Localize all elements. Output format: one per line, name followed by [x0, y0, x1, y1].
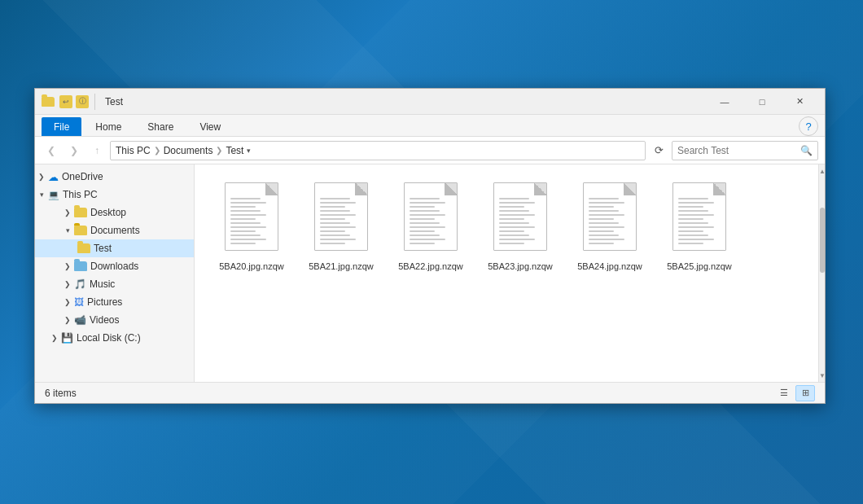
search-icon[interactable]: 🔍 [800, 145, 813, 156]
file-item[interactable]: 5BA20.jpg.nzqw [211, 177, 292, 277]
window-icon [42, 95, 55, 108]
file-item[interactable]: 5BA22.jpg.nzqw [390, 177, 471, 277]
videos-icon: 📹 [74, 314, 86, 326]
forward-button[interactable]: ❯ [64, 141, 84, 160]
tab-file[interactable]: File [42, 117, 81, 136]
music-icon: 🎵 [74, 278, 86, 290]
sidebar-item-this-pc[interactable]: ▾ 💻 This PC [35, 186, 194, 204]
file-item[interactable]: 5BA23.jpg.nzqw [480, 177, 561, 277]
scrollbar[interactable]: ▲ ▼ [818, 164, 825, 382]
breadcrumb-test: Test [226, 145, 243, 156]
drive-icon: 💾 [61, 332, 73, 344]
window-controls: — □ ✕ [706, 89, 818, 115]
tab-share[interactable]: Share [135, 117, 186, 136]
qat-properties[interactable]: ⓘ [76, 95, 89, 108]
sidebar-item-music[interactable]: ❯ 🎵 Music [35, 275, 194, 293]
file-icon [670, 182, 729, 256]
title-bar: ↩ ⓘ Test — □ ✕ [35, 89, 825, 115]
breadcrumb-this-pc[interactable]: This PC [116, 145, 151, 156]
minimize-button[interactable]: — [706, 89, 743, 115]
downloads-folder-icon [74, 261, 87, 271]
ribbon: File Home Share View ? [35, 115, 825, 137]
scrollbar-thumb[interactable] [820, 208, 825, 273]
content-area: ❯ ☁ OneDrive ▾ 💻 This PC ❯ Desktop [35, 164, 825, 382]
pictures-icon: 🖼 [74, 296, 84, 308]
file-item[interactable]: 5BA21.jpg.nzqw [300, 177, 382, 277]
view-toggle: ☰ ⊞ [774, 385, 815, 401]
sidebar-item-test[interactable]: Test [35, 239, 194, 257]
close-button[interactable]: ✕ [781, 89, 818, 115]
computer-icon: 💻 [48, 190, 59, 200]
sidebar-item-documents[interactable]: ▾ Documents [35, 221, 194, 239]
ribbon-tabs: File Home Share View ? [35, 115, 825, 136]
search-box[interactable]: 🔍 [672, 141, 818, 160]
file-icon [580, 182, 639, 256]
item-count: 6 items [45, 388, 77, 399]
explorer-window: ↩ ⓘ Test — □ ✕ File Home Share View ? [34, 88, 826, 404]
cloud-icon: ☁ [48, 171, 59, 183]
sidebar-item-local-disk[interactable]: ❯ 💾 Local Disk (C:) [35, 329, 194, 347]
selected-folder-icon [77, 243, 90, 253]
nav-bar: ❮ ❯ ↑ This PC ❯ Documents ❯ Test ▾ ⟳ 🔍 [35, 137, 825, 164]
sidebar-item-desktop[interactable]: ❯ Desktop [35, 204, 194, 221]
folder-open-icon [74, 226, 87, 235]
sidebar: ❯ ☁ OneDrive ▾ 💻 This PC ❯ Desktop [35, 164, 195, 382]
qat-undo[interactable]: ↩ [59, 95, 72, 108]
status-bar: 6 items ☰ ⊞ [35, 382, 825, 403]
details-view-button[interactable]: ☰ [774, 385, 794, 401]
refresh-button[interactable]: ⟳ [649, 141, 668, 160]
breadcrumb[interactable]: This PC ❯ Documents ❯ Test ▾ [110, 141, 646, 160]
scroll-down[interactable]: ▼ [819, 369, 825, 382]
tab-view[interactable]: View [187, 117, 233, 136]
sidebar-item-onedrive[interactable]: ❯ ☁ OneDrive [35, 168, 194, 186]
file-item[interactable]: 5BA24.jpg.nzqw [569, 177, 651, 277]
file-icon [222, 182, 281, 256]
file-grid: 5BA20.jpg.nzqw [211, 177, 802, 277]
folder-icon [74, 208, 87, 217]
sidebar-item-downloads[interactable]: ❯ Downloads [35, 257, 194, 275]
scroll-up[interactable]: ▲ [819, 164, 825, 177]
maximize-button[interactable]: □ [743, 89, 781, 115]
file-item[interactable]: 5BA25.jpg.nzqw [659, 177, 740, 277]
search-input[interactable] [677, 145, 800, 156]
file-icon [312, 182, 370, 256]
back-button[interactable]: ❮ [42, 141, 61, 160]
file-icon [401, 182, 460, 256]
sidebar-item-pictures[interactable]: ❯ 🖼 Pictures [35, 293, 194, 311]
file-icon [491, 182, 550, 256]
help-button[interactable]: ? [799, 116, 818, 136]
up-button[interactable]: ↑ [87, 141, 107, 160]
tab-home[interactable]: Home [83, 117, 134, 136]
window-title: Test [102, 96, 706, 107]
sidebar-item-videos[interactable]: ❯ 📹 Videos [35, 311, 194, 329]
breadcrumb-documents[interactable]: Documents [164, 145, 213, 156]
file-view: 5BA20.jpg.nzqw [195, 164, 818, 382]
large-icons-view-button[interactable]: ⊞ [795, 385, 815, 401]
